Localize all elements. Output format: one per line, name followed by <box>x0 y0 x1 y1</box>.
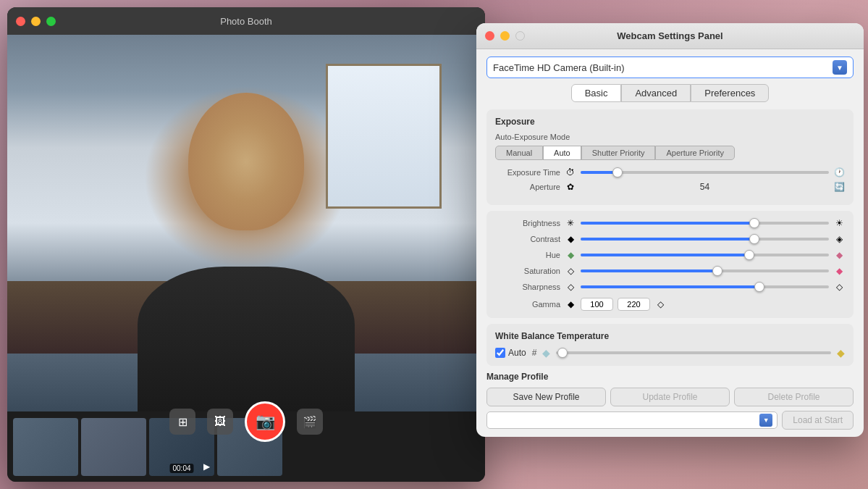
capture-button[interactable]: 📷 <box>245 401 285 442</box>
exposure-label: Exposure <box>495 117 845 127</box>
manage-profile-label: Manage Profile <box>486 372 854 382</box>
camera-selector[interactable]: FaceTime HD Camera (Built-in) ▼ <box>486 57 854 78</box>
hue-slider[interactable] <box>581 254 829 256</box>
saturation-label: Saturation <box>495 267 560 275</box>
exposure-time-right-icon: 🕐 <box>833 167 845 177</box>
thumbnail-3-play-icon[interactable]: ▶ <box>203 461 210 472</box>
settings-close-btn[interactable] <box>485 31 494 41</box>
exposure-time-label: Exposure Time <box>495 168 560 177</box>
exposure-time-row: Exposure Time ⏱ 🕐 <box>495 167 845 177</box>
photobooth-maximize-btn[interactable] <box>46 17 56 26</box>
contrast-slider[interactable] <box>581 238 829 241</box>
aperture-value: 54 <box>581 182 829 192</box>
photobooth-titlebar: Photo Booth <box>7 7 485 35</box>
settings-minimize-btn[interactable] <box>500 31 510 41</box>
hue-right-icon: ◆ <box>833 250 845 260</box>
settings-panel-title: Webcam Settings Panel <box>617 30 722 41</box>
camera-dropdown-arrow[interactable]: ▼ <box>833 60 847 75</box>
white-balance-row: Auto # ◆ ◆ <box>495 347 845 359</box>
tab-preferences[interactable]: Preferences <box>691 84 769 102</box>
brightness-label: Brightness <box>495 219 560 227</box>
gamma-label: Gamma <box>495 300 560 309</box>
hue-row: Hue ◆ ◆ <box>495 250 845 260</box>
delete-profile-button[interactable]: Delete Profile <box>734 388 854 406</box>
aperture-label: Aperture <box>495 183 560 191</box>
load-at-start-button[interactable]: Load at Start <box>782 411 854 430</box>
brightness-left-icon: ✳ <box>565 218 576 228</box>
room-window <box>326 64 442 209</box>
thumbnail-1[interactable] <box>13 418 78 476</box>
settings-panel: Webcam Settings Panel FaceTime HD Camera… <box>476 23 864 437</box>
tab-bar: Basic Advanced Preferences <box>486 84 854 102</box>
settings-body: FaceTime HD Camera (Built-in) ▼ Basic Ad… <box>476 49 864 437</box>
gamma-min-input[interactable] <box>581 298 613 311</box>
aperture-right-icon: 🔄 <box>833 182 845 192</box>
thumbnail-3-time: 00:04 <box>169 464 193 473</box>
white-balance-section: White Balance Temperature Auto # ◆ ◆ <box>486 324 854 366</box>
update-profile-button[interactable]: Update Profile <box>610 388 730 406</box>
person-body <box>138 267 355 411</box>
sharpness-slider[interactable] <box>581 285 829 288</box>
video-mode-button[interactable]: 🎬 <box>297 409 323 435</box>
profile-dropdown[interactable]: ▼ <box>486 411 778 429</box>
aperture-row: Aperture ✿ 54 🔄 <box>495 182 845 192</box>
grid-view-button[interactable]: ⊞ <box>169 409 195 435</box>
mode-auto-btn[interactable]: Auto <box>543 146 581 160</box>
camera-icon: 📷 <box>256 412 275 431</box>
exposure-time-left-icon: ⏱ <box>565 167 576 177</box>
save-new-profile-button[interactable]: Save New Profile <box>486 388 606 406</box>
tab-basic[interactable]: Basic <box>571 84 622 102</box>
photobooth-main: 00:04 ▶ ⊞ 🖼 📷 🎬 <box>7 35 485 482</box>
sharpness-right-icon: ◇ <box>833 282 845 292</box>
hue-label: Hue <box>495 251 560 259</box>
photobooth-title: Photo Booth <box>220 16 272 27</box>
hue-left-icon: ◆ <box>565 250 576 260</box>
tab-advanced[interactable]: Advanced <box>621 84 691 102</box>
saturation-right-icon: ◆ <box>833 266 845 276</box>
gamma-max-input[interactable] <box>618 298 650 311</box>
manage-profile-section: Manage Profile Save New Profile Update P… <box>486 372 854 430</box>
exposure-section: Exposure Auto-Exposure Mode Manual Auto … <box>486 109 854 205</box>
settings-window-buttons <box>485 31 525 41</box>
auto-exposure-label: Auto-Exposure Mode <box>495 133 845 141</box>
person-face <box>181 93 311 252</box>
mode-shutter-btn[interactable]: Shutter Priority <box>581 146 656 160</box>
settings-titlebar: Webcam Settings Panel <box>476 23 864 49</box>
exposure-time-slider[interactable] <box>581 171 829 174</box>
sharpness-row: Sharpness ◇ ◇ <box>495 282 845 292</box>
gamma-left-icon: ◆ <box>565 299 576 309</box>
brightness-right-icon: ☀ <box>833 218 845 228</box>
photobooth-minimize-btn[interactable] <box>31 17 41 26</box>
photo-icon: 🖼 <box>214 415 226 428</box>
contrast-label: Contrast <box>495 235 560 243</box>
wb-left-diamond-icon: ◆ <box>542 347 550 359</box>
bottom-controls: ⊞ 🖼 📷 🎬 <box>169 401 323 442</box>
profile-buttons-row: Save New Profile Update Profile Delete P… <box>486 388 854 406</box>
brightness-row: Brightness ✳ ☀ <box>495 218 845 228</box>
photobooth-close-btn[interactable] <box>16 17 25 26</box>
camera-name: FaceTime HD Camera (Built-in) <box>493 62 833 73</box>
wb-auto-label[interactable]: Auto <box>495 348 526 358</box>
brightness-slider[interactable] <box>581 222 829 225</box>
exposure-mode-buttons: Manual Auto Shutter Priority Aperture Pr… <box>495 146 845 160</box>
wb-auto-checkbox[interactable] <box>495 348 505 358</box>
sharpness-label: Sharpness <box>495 283 560 291</box>
white-balance-label: White Balance Temperature <box>495 331 845 341</box>
wb-right-diamond-icon: ◆ <box>837 347 845 359</box>
contrast-left-icon: ◆ <box>565 234 576 244</box>
profile-dropdown-arrow[interactable]: ▼ <box>759 414 772 427</box>
wb-slider[interactable] <box>556 351 831 354</box>
mode-aperture-btn[interactable]: Aperture Priority <box>655 146 734 160</box>
webcam-feed <box>7 35 485 411</box>
photo-mode-button[interactable]: 🖼 <box>207 409 233 435</box>
wb-hash-symbol: # <box>532 348 537 358</box>
thumbnail-2[interactable] <box>81 418 146 476</box>
sharpness-left-icon: ◇ <box>565 282 576 292</box>
saturation-slider[interactable] <box>581 269 829 272</box>
wb-auto-text: Auto <box>508 348 526 358</box>
contrast-row: Contrast ◆ ◈ <box>495 234 845 244</box>
mode-manual-btn[interactable]: Manual <box>495 146 543 160</box>
face-shape <box>188 93 304 230</box>
settings-maximize-btn[interactable] <box>515 31 525 41</box>
contrast-right-icon: ◈ <box>833 234 845 244</box>
